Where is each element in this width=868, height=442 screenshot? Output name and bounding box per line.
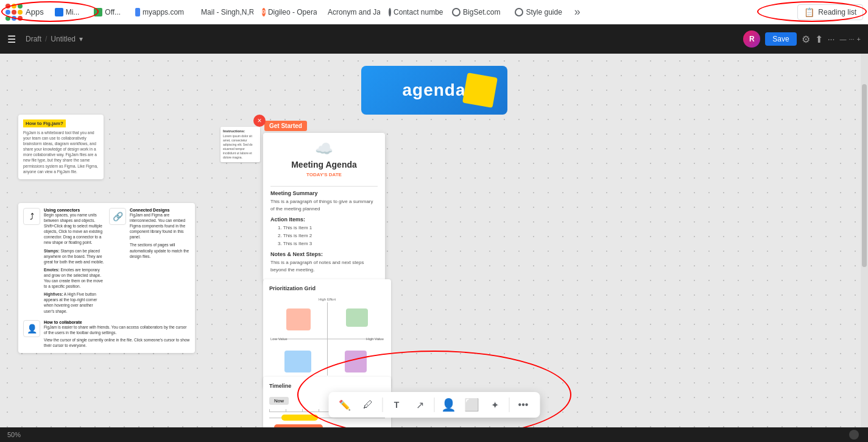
- collaborate-icon: 👤: [27, 324, 37, 333]
- tab-myapps[interactable]: myapps.com: [129, 0, 190, 24]
- reading-list-label: Reading list: [818, 8, 856, 16]
- tab-acronym[interactable]: Acronym and Jargon...: [319, 0, 380, 24]
- text-icon: T: [394, 400, 400, 410]
- settings-icon[interactable]: ⚙: [802, 34, 810, 45]
- google-apps-button[interactable]: [5, 3, 23, 21]
- agenda-cloud-icon: ☁️: [315, 140, 333, 157]
- breadcrumb-separator: /: [45, 35, 47, 43]
- priority-grid-card: Prioritization Grid High Effort Low Effo…: [263, 279, 391, 388]
- toolbar-divider-2: [434, 397, 434, 412]
- toolbar-marker-button[interactable]: 🖊: [359, 396, 377, 414]
- toolbar-text-button[interactable]: T: [387, 396, 406, 414]
- priority-block-4: [345, 351, 367, 372]
- user-avatar[interactable]: R: [743, 30, 760, 48]
- now-button[interactable]: Now: [269, 397, 289, 405]
- tutorial-grid: ⤴ Using connectors Begin spaces, you nam…: [23, 208, 190, 314]
- high-effort-label: High Effort: [319, 298, 336, 301]
- tutorial-section-card: ⤴ Using connectors Begin spaces, you nam…: [18, 203, 195, 353]
- status-bar: 50%: [0, 427, 868, 442]
- timeline-title: Timeline: [269, 383, 385, 389]
- apps-label: Apps: [26, 7, 44, 16]
- main-content: agenda × Get Started Instructions: Lorem…: [0, 54, 868, 442]
- action-item-1: 1. This is Item 1: [278, 224, 378, 232]
- canvas-scrollbar[interactable]: [861, 54, 868, 442]
- tab-digileo-icon: D: [262, 8, 266, 16]
- toolbar-shape-button[interactable]: ⬜: [462, 396, 481, 414]
- agenda-title: Meeting Agenda: [291, 160, 357, 169]
- toolbar-pen-button[interactable]: ✏️: [336, 396, 354, 414]
- chevron-down-icon[interactable]: ▾: [79, 35, 83, 43]
- get-started-button[interactable]: Get Started: [264, 121, 307, 131]
- toolbar-more-button[interactable]: •••: [514, 396, 532, 414]
- agenda-date: TODAY'S DATE: [306, 172, 342, 177]
- tick: [319, 409, 319, 412]
- status-left: 50%: [7, 431, 21, 438]
- agenda-card: ☁️ Meeting Agenda TODAY'S DATE Meeting S…: [263, 133, 385, 281]
- figma-header-right: R Save ⚙ ⬆ ··· —···+: [743, 30, 861, 48]
- banner-text: agenda: [402, 80, 465, 100]
- figma-header: ☰ Draft / Untitled ▾ R Save ⚙ ⬆ ··· —···…: [0, 24, 868, 54]
- status-circle: [849, 430, 859, 440]
- tab-contact-icon: [389, 8, 391, 16]
- tab-styleguide-icon: [515, 8, 523, 16]
- instructions-text: Lorem ipsum dolor sit amet, consectetur …: [223, 134, 258, 160]
- toolbar-divider-3: [509, 397, 509, 412]
- toolbar-arrow-button[interactable]: ↗: [411, 396, 429, 414]
- tab-styleguide[interactable]: Style guide: [509, 0, 568, 24]
- save-button[interactable]: Save: [765, 32, 796, 46]
- connected-text: Connected Designs FigJam and Figma are i…: [130, 208, 190, 259]
- shape-icon: ⬜: [464, 397, 479, 412]
- toolbar-divider-1: [382, 397, 383, 412]
- tab-off-icon: [94, 8, 102, 16]
- chrome-top-bar: Apps Mi... Off... myapps.com Mail - Sing…: [0, 0, 868, 24]
- canvas-area[interactable]: agenda × Get Started Instructions: Lorem…: [0, 54, 868, 442]
- instructions-title: Instructions:: [223, 129, 258, 133]
- scrollbar-thumb: [862, 84, 867, 267]
- notes-text: This is a paragraph of notes and next st…: [270, 259, 378, 274]
- reading-list-icon: 📋: [804, 7, 814, 17]
- timeline-line-1-left: [269, 418, 281, 418]
- tab-mail[interactable]: Mail - Singh,N,Raji...: [192, 0, 253, 24]
- how-to-title: How to Fig.jam?: [23, 119, 66, 127]
- low-value-label: Low Value: [270, 337, 288, 341]
- action-item-2: 2. This is Item 2: [278, 232, 378, 240]
- tutorial-close-button[interactable]: ×: [253, 115, 266, 127]
- tab-bigset[interactable]: BigSet.com: [446, 0, 506, 24]
- toolbar-person-button[interactable]: 👤: [439, 396, 457, 414]
- google-grid-icon: [5, 4, 23, 21]
- tab-bigset-icon: [452, 8, 460, 16]
- more-tabs-button[interactable]: »: [571, 5, 584, 18]
- how-to-text: FigJam is a whiteboard tool that you and…: [23, 130, 99, 174]
- notes-title: Notes & Next Steps:: [270, 251, 378, 257]
- star-icon: ✦: [491, 399, 499, 411]
- status-right-circle: [849, 430, 859, 440]
- collaborate-section: 👤 How to collaborate FigJam is easier to…: [23, 320, 190, 348]
- tab-contact[interactable]: Contact numbers p...: [383, 0, 443, 24]
- reading-list-button[interactable]: 📋 Reading list: [797, 4, 863, 20]
- priority-block-1: [286, 308, 311, 330]
- tab-off[interactable]: Off...: [88, 0, 127, 24]
- collaborate-icon-box: 👤: [23, 320, 40, 337]
- tab-mi[interactable]: Mi...: [49, 0, 86, 24]
- meeting-summary-text: This is a paragraph of things to give a …: [270, 198, 378, 213]
- connected-icon: 🔗: [113, 212, 123, 221]
- draft-label: Draft: [26, 35, 41, 43]
- floating-toolbar: ✏️ 🖊 T ↗ 👤 ⬜ ✦ •••: [328, 392, 540, 418]
- priority-grid-title: Prioritization Grid: [269, 285, 385, 291]
- tab-digileo[interactable]: D Digileo - Operation...: [256, 0, 317, 24]
- person-icon: 👤: [441, 397, 456, 412]
- tutorial-connectors: ⤴ Using connectors Begin spaces, you nam…: [23, 208, 104, 314]
- high-value-label: High Value: [366, 337, 384, 341]
- tutorial-connected: 🔗 Connected Designs FigJam and Figma are…: [109, 208, 190, 314]
- more-options-icon[interactable]: ···: [828, 34, 835, 44]
- action-item-3: 3. This is Item 3: [278, 240, 378, 248]
- action-items-title: Action Items:: [270, 216, 378, 223]
- action-items-list: 1. This is Item 1 2. This is Item 2 3. T…: [270, 224, 378, 248]
- share-icon[interactable]: ⬆: [815, 34, 823, 45]
- collaborate-text: How to collaborate FigJam is easier to s…: [44, 320, 190, 348]
- tab-mi-icon: [55, 8, 63, 16]
- tutorial-collaborate: 👤 How to collaborate FigJam is easier to…: [23, 320, 190, 348]
- toolbar-star-button[interactable]: ✦: [485, 396, 504, 414]
- timeline-bar-yellow: [281, 415, 318, 421]
- figma-menu-button[interactable]: ☰: [7, 34, 16, 45]
